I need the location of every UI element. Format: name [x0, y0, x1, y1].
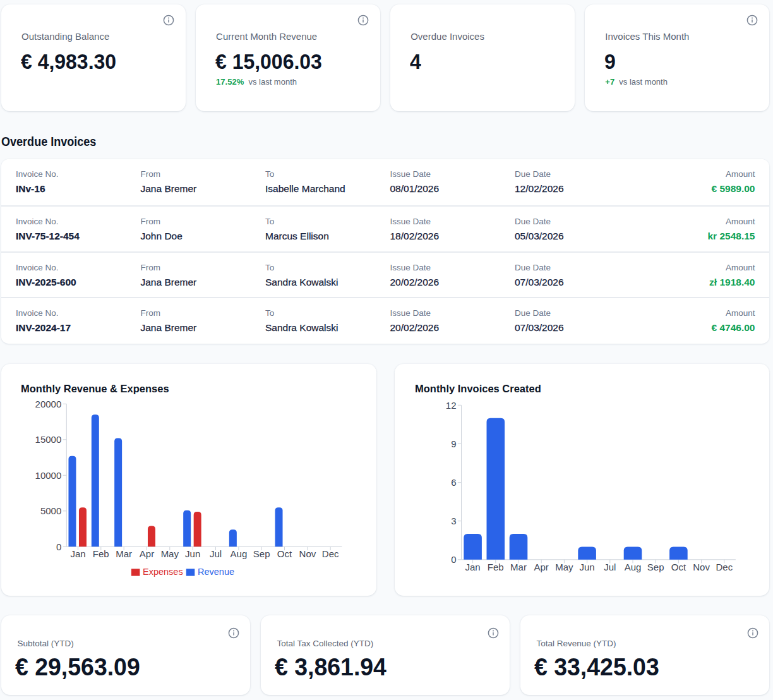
svg-text:Apr: Apr — [140, 548, 154, 559]
svg-text:3: 3 — [451, 515, 456, 526]
svg-text:0: 0 — [56, 541, 61, 552]
svg-text:Sep: Sep — [253, 548, 270, 559]
svg-text:Jul: Jul — [604, 561, 616, 572]
svg-text:Dec: Dec — [716, 561, 733, 572]
svg-text:10000: 10000 — [35, 470, 62, 481]
svg-text:Jun: Jun — [579, 561, 594, 572]
svg-text:12: 12 — [445, 399, 456, 410]
svg-text:Aug: Aug — [624, 561, 641, 572]
svg-text:Oct: Oct — [277, 548, 292, 559]
svg-text:Dec: Dec — [322, 548, 339, 559]
svg-text:Sep: Sep — [647, 561, 664, 572]
svg-text:May: May — [555, 561, 573, 572]
svg-text:Mar: Mar — [510, 561, 527, 572]
svg-text:5000: 5000 — [40, 505, 61, 516]
svg-text:Feb: Feb — [487, 561, 503, 572]
svg-text:May: May — [161, 548, 179, 559]
svg-text:Jun: Jun — [185, 548, 200, 559]
svg-text:Apr: Apr — [534, 561, 548, 572]
svg-text:Jan: Jan — [70, 548, 85, 559]
svg-text:Feb: Feb — [93, 548, 109, 559]
svg-text:Oct: Oct — [671, 561, 686, 572]
svg-text:Revenue: Revenue — [198, 567, 234, 577]
svg-text:Jul: Jul — [210, 548, 222, 559]
svg-text:6: 6 — [451, 476, 456, 487]
svg-text:0: 0 — [451, 554, 456, 565]
svg-text:Nov: Nov — [299, 548, 316, 559]
svg-text:Expenses: Expenses — [143, 567, 183, 577]
svg-text:Mar: Mar — [116, 548, 132, 559]
svg-text:20000: 20000 — [35, 399, 62, 409]
svg-text:9: 9 — [451, 438, 456, 449]
svg-text:15000: 15000 — [35, 434, 62, 445]
svg-text:Jan: Jan — [465, 561, 480, 572]
svg-text:Aug: Aug — [231, 548, 248, 559]
svg-text:Nov: Nov — [693, 561, 710, 572]
